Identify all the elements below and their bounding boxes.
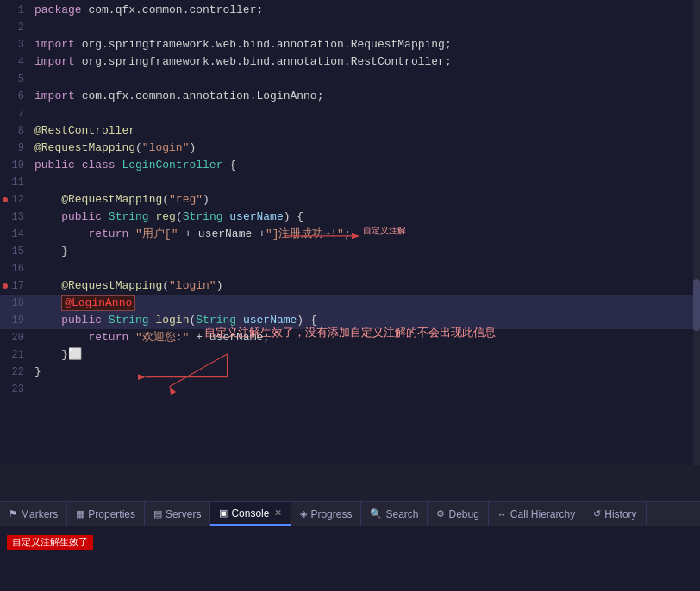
output-tag: 自定义注解生效了 xyxy=(7,535,93,550)
tab-console-label: Console xyxy=(231,507,269,519)
code-line-1: 1 package com.qfx.common.controller; xyxy=(0,2,700,19)
bottom-comment: 自定义注解生效了，没有添加自定义注解的不会出现此信息 xyxy=(0,325,700,340)
output-line-1: 自定义注解生效了 xyxy=(0,526,700,551)
servers-icon: ▤ xyxy=(153,508,162,519)
console-icon: ▣ xyxy=(219,507,228,519)
tab-history[interactable]: ↺ History xyxy=(584,502,646,526)
code-line-12: 12 @RequestMapping("reg") xyxy=(0,191,700,208)
code-line-14: 14 return "用户[" + userName +"]注册成功~!"; xyxy=(0,226,700,243)
console-close[interactable]: ✕ xyxy=(274,507,282,519)
code-line-13: 13 public String reg(String userName) { xyxy=(0,208,700,226)
debug-icon: ⚙ xyxy=(436,508,445,519)
tab-search-label: Search xyxy=(385,508,418,520)
tab-progress[interactable]: ◈ Progress xyxy=(291,502,361,526)
tab-history-label: History xyxy=(604,508,636,520)
scrollbar-thumb[interactable] xyxy=(693,279,700,331)
code-line-15: 15 } xyxy=(0,243,700,260)
tab-call-hierarchy-label: Call Hierarchy xyxy=(510,508,575,520)
code-line-22: 22 } xyxy=(0,364,700,381)
code-line-8: 8 @RestController xyxy=(0,122,700,140)
code-line-10: 10 public class LoginController { xyxy=(0,157,700,174)
tab-servers-label: Servers xyxy=(166,508,201,520)
code-line-23: 23 xyxy=(0,381,700,398)
code-line-7: 7 xyxy=(0,105,700,122)
code-editor: 1 package com.qfx.common.controller; 2 3… xyxy=(0,0,700,465)
code-line-11: 11 xyxy=(0,174,700,191)
code-line-6: 6 import com.qfx.common.annotation.Login… xyxy=(0,88,700,105)
tab-search[interactable]: 🔍 Search xyxy=(361,502,428,526)
code-line-4: 4 import org.springframework.web.bind.an… xyxy=(0,53,700,71)
tab-console[interactable]: ▣ Console ✕ xyxy=(210,502,291,526)
call-hierarchy-icon: ↔ xyxy=(497,509,507,519)
tab-debug[interactable]: ⚙ Debug xyxy=(428,502,488,526)
tab-properties[interactable]: ▦ Properties xyxy=(67,502,145,526)
tabs-bar: ⚑ Markers ▦ Properties ▤ Servers ▣ Conso… xyxy=(0,501,700,526)
tab-servers[interactable]: ▤ Servers xyxy=(145,502,210,526)
properties-icon: ▦ xyxy=(76,508,84,519)
code-line-17: 17 @RequestMapping("login") xyxy=(0,277,700,295)
tab-markers-label: Markers xyxy=(21,508,58,520)
code-line-9: 9 @RequestMapping("login") xyxy=(0,140,700,157)
code-line-18: 18 @LoginAnno xyxy=(0,295,700,312)
output-area: 自定义注解生效了 xyxy=(0,526,700,591)
progress-icon: ◈ xyxy=(300,508,307,519)
search-icon: 🔍 xyxy=(370,508,382,519)
tab-markers[interactable]: ⚑ Markers xyxy=(0,502,67,526)
history-icon: ↺ xyxy=(593,508,601,519)
editor-scrollbar[interactable] xyxy=(693,0,700,465)
tab-debug-label: Debug xyxy=(448,508,478,520)
code-line-16: 16 xyxy=(0,260,700,277)
code-line-3: 3 import org.springframework.web.bind.an… xyxy=(0,36,700,53)
code-line-5: 5 xyxy=(0,71,700,88)
markers-icon: ⚑ xyxy=(9,508,17,519)
tab-properties-label: Properties xyxy=(88,508,135,520)
tab-call-hierarchy[interactable]: ↔ Call Hierarchy xyxy=(489,502,584,526)
code-line-2: 2 xyxy=(0,19,700,36)
code-line-21: 21 }⬜ xyxy=(0,346,700,364)
tab-progress-label: Progress xyxy=(310,508,352,520)
